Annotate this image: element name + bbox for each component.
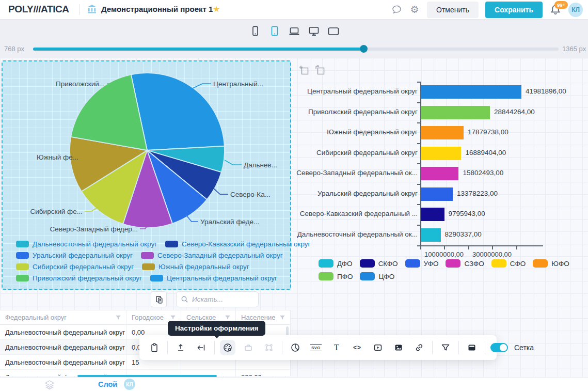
bar-chart[interactable]: 10000000,00 30000000,00 ДФОСКФОУФОСЗФОСФ… <box>291 58 588 326</box>
pie-legend-item[interactable]: Приволжский федеральный округ <box>16 274 142 282</box>
user-avatar[interactable]: КЛ <box>568 3 583 17</box>
layer-tab[interactable]: Слой <box>98 380 117 388</box>
bar-legend-item[interactable]: СКФО <box>360 259 398 268</box>
pie-widget[interactable]: Центральный...Дальнев...Северо-Ка...Урал… <box>2 60 291 290</box>
pie-legend-item[interactable]: Уральский федеральный округ <box>16 252 133 259</box>
divider <box>432 341 433 354</box>
favorite-star-icon[interactable]: ★ <box>213 4 220 14</box>
bar-value-label: 17879738,00 <box>468 128 508 136</box>
tooltip: Настройки оформления <box>168 321 265 336</box>
bar-category-label: Центральный федеральный округ <box>291 87 418 95</box>
archive-icon[interactable] <box>241 340 256 355</box>
legend-swatch <box>16 252 29 259</box>
bar-legend-item[interactable]: УФО <box>405 259 439 268</box>
panel-layout-icon[interactable] <box>464 340 480 355</box>
link-icon[interactable] <box>411 340 427 355</box>
grid-toggle[interactable] <box>490 343 508 352</box>
legend-label: Южный федеральный округ <box>158 263 249 271</box>
bar-category-label: Сибирский федеральный округ <box>291 149 418 157</box>
bar-category-label: Южный федеральный округ <box>291 128 418 136</box>
chart-icon[interactable] <box>288 340 303 355</box>
legend-swatch <box>446 259 460 268</box>
column-filter-icon[interactable] <box>169 314 177 321</box>
width-slider[interactable] <box>33 48 559 51</box>
settings-gear-icon[interactable]: ⚙ <box>409 4 420 15</box>
x-tick <box>492 246 493 249</box>
pie-legend-item[interactable]: Дальневосточный федеральный округ <box>16 240 157 248</box>
y-tick <box>417 82 420 83</box>
search-input[interactable] <box>176 291 259 307</box>
paste-icon[interactable] <box>147 340 162 355</box>
device-laptop-icon[interactable] <box>287 24 301 38</box>
divider <box>485 341 485 354</box>
bar-legend-item[interactable]: ПФО <box>319 272 353 280</box>
pie-legend-item[interactable]: Северо-Западный федеральный округ <box>141 252 283 259</box>
bar-value-label: 41981896,00 <box>526 87 566 95</box>
pie-callout-label: Приволжский... <box>56 80 105 88</box>
y-tick <box>417 122 420 123</box>
import-icon[interactable] <box>194 340 209 355</box>
pie-legend-item[interactable]: Центральный федеральный округ <box>150 274 277 282</box>
layers-icon[interactable] <box>44 379 55 390</box>
legend-swatch <box>165 241 178 247</box>
cancel-button[interactable]: Отменить <box>427 2 479 18</box>
bar-value-label: 13378223,00 <box>457 190 498 197</box>
bar[interactable] <box>421 187 453 201</box>
pie-legend-item[interactable]: Сибирский федеральный округ <box>16 263 134 271</box>
legend-label: Уральский федеральный округ <box>33 252 133 259</box>
device-phone-icon[interactable] <box>248 24 262 38</box>
comments-icon[interactable] <box>391 4 402 15</box>
polymatica-logo: POLY///ATICA <box>8 4 69 15</box>
legend-swatch <box>360 259 375 268</box>
pie-legend-item[interactable]: Южный федеральный округ <box>142 263 249 271</box>
bar[interactable] <box>421 208 444 221</box>
notifications-bell-icon[interactable]: 99+ <box>549 4 562 16</box>
dashboard-canvas[interactable]: Центральный...Дальнев...Северо-Ка...Урал… <box>0 58 588 377</box>
bar-legend-item[interactable]: ДФО <box>319 259 353 268</box>
slider-min-label: 768 px <box>4 45 24 53</box>
bar-legend-item[interactable]: СФО <box>491 259 526 268</box>
column-header[interactable]: Федеральный округ <box>0 310 126 324</box>
table-cell: Дальневосточный федеральный округ <box>0 340 126 354</box>
save-button[interactable]: Сохранить <box>485 2 543 18</box>
device-desktop-icon[interactable] <box>307 24 321 38</box>
slider-max-label: 1365 px <box>562 45 586 53</box>
filter-icon[interactable] <box>438 340 453 355</box>
bar-legend-item[interactable]: СЗФО <box>446 259 484 268</box>
bar-category-label: Северо-Западный федеральный ок... <box>291 169 418 177</box>
device-tablet-icon[interactable] <box>267 24 282 38</box>
legend-swatch <box>533 259 548 268</box>
layer-user-badge[interactable]: КЛ <box>124 379 135 390</box>
column-filter-icon[interactable] <box>279 314 286 321</box>
slider-handle[interactable] <box>360 45 368 53</box>
pie-legend-item[interactable]: Северо-Кавказский федеральный округ <box>165 240 310 248</box>
page-title: Демонстрационный проект 1 <box>101 5 213 13</box>
bar[interactable] <box>421 228 441 242</box>
upload-icon[interactable] <box>173 340 188 355</box>
device-tv-icon[interactable] <box>326 24 341 38</box>
bar-legend-item[interactable]: ЦФО <box>360 272 394 280</box>
toggle-knob <box>500 344 507 351</box>
column-filter-icon[interactable] <box>115 314 122 321</box>
bar[interactable] <box>421 106 490 119</box>
bar[interactable] <box>421 167 458 180</box>
appearance-palette-icon[interactable] <box>220 340 235 355</box>
pie-callout-label: Южный фе... <box>37 153 78 161</box>
code-icon[interactable]: <> <box>349 340 365 355</box>
column-header-label: Население <box>241 314 275 321</box>
device-size-selector <box>0 24 588 38</box>
bar-legend-item[interactable]: ЮФО <box>533 259 569 268</box>
bar[interactable] <box>421 85 521 99</box>
bar[interactable] <box>421 126 464 139</box>
image-icon[interactable] <box>391 340 406 355</box>
copy-table-button[interactable] <box>151 291 167 307</box>
bar[interactable] <box>421 147 461 160</box>
video-icon[interactable] <box>370 340 386 355</box>
column-filter-icon[interactable] <box>224 314 231 321</box>
legend-label: ЦФО <box>378 273 394 280</box>
svg-icon[interactable]: SVG <box>308 340 324 355</box>
transform-icon[interactable] <box>261 340 277 355</box>
x-tick-label: 30000000,00 <box>472 251 512 258</box>
text-icon[interactable]: T <box>329 340 344 355</box>
legend-label: Северо-Западный федеральный округ <box>157 252 283 259</box>
